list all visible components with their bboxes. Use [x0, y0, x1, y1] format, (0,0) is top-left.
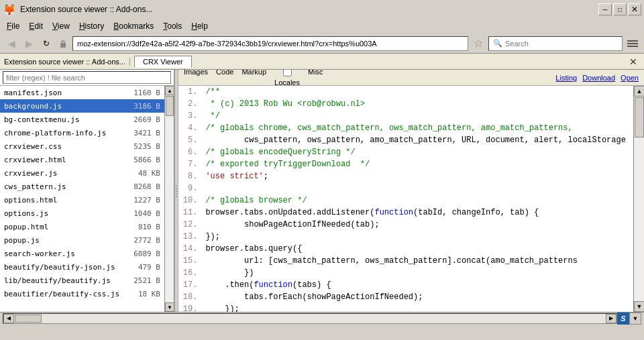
misc-label: Misc — [308, 70, 323, 77]
file-item[interactable]: beautify/beautify-json.js479 B — [0, 260, 164, 274]
browser-menu-button[interactable] — [625, 36, 640, 51]
file-item[interactable]: popup.js2772 B — [0, 233, 164, 247]
file-item[interactable]: options.js1040 B — [0, 207, 164, 220]
menu-view[interactable]: View — [48, 20, 74, 32]
file-item[interactable]: bg-contextmenu.js2669 B — [0, 113, 164, 126]
line-code: */ — [203, 110, 633, 122]
file-size: 5235 B — [127, 142, 160, 151]
close-button[interactable]: ✕ — [628, 3, 641, 15]
menu-help[interactable]: Help — [187, 20, 212, 32]
code-view[interactable]: 1./**2. * (c) 2013 Rob Wu <rob@robwu.nl>… — [178, 86, 633, 312]
title-bar: 🦊 Extension source viewer :: Add-ons... … — [0, 0, 644, 19]
file-item[interactable]: cws_pattern.js8268 B — [0, 180, 164, 193]
url-bar[interactable]: moz-extension://3df2e42a-a5f2-42f9-a7be-… — [72, 36, 468, 51]
menu-tools[interactable]: Tools — [159, 20, 186, 32]
file-name: crxviewer.html — [4, 156, 124, 164]
close-tab-button[interactable]: ✕ — [627, 56, 640, 67]
code-line: 6./* globals encodeQueryString */ — [178, 146, 633, 158]
line-code: }) — [203, 267, 633, 279]
code-scroll-down[interactable]: ▼ — [634, 301, 644, 312]
file-size: 3421 B — [127, 129, 160, 137]
locales-checkbox[interactable] — [283, 70, 292, 76]
file-item[interactable]: lib/beautify/beautify.js2521 B — [0, 274, 164, 287]
line-number: 6. — [178, 146, 203, 158]
code-line: 3. */ — [178, 110, 633, 122]
h-scroll-right[interactable]: ▶ — [606, 314, 616, 323]
file-size: 2669 B — [127, 115, 160, 124]
line-code: 'use strict'; — [203, 170, 633, 182]
line-number: 7. — [178, 158, 203, 170]
file-item[interactable]: manifest.json1160 B — [0, 86, 164, 99]
menu-edit[interactable]: Edit — [25, 20, 47, 32]
file-size: 18 KB — [127, 290, 160, 298]
file-list: manifest.json1160 Bbackground.js3186 Bbg… — [0, 86, 164, 312]
line-number: 11. — [178, 207, 203, 219]
file-name: popup.js — [4, 236, 124, 245]
file-item[interactable]: background.js3186 B — [0, 99, 164, 113]
file-scroll-up[interactable]: ▲ — [165, 86, 174, 95]
file-filter-bar[interactable] — [0, 70, 174, 86]
file-size: 8268 B — [127, 182, 160, 191]
code-scroll-up[interactable]: ▲ — [634, 86, 644, 97]
file-name: beautify/beautify-json.js — [4, 263, 124, 272]
menu-bookmarks[interactable]: Bookmarks — [109, 20, 158, 32]
line-number: 2. — [178, 98, 203, 110]
search-bar[interactable]: 🔍 — [488, 36, 623, 51]
reload-button[interactable]: ↻ — [39, 36, 54, 51]
code-vscrollbar[interactable]: ▲ ▼ — [633, 86, 644, 312]
status-down-button[interactable]: ▼ — [629, 313, 641, 325]
code-line: 13.}); — [178, 231, 633, 243]
file-item[interactable]: search-worker.js6089 B — [0, 247, 164, 260]
h-scroll-left[interactable]: ◀ — [3, 314, 14, 323]
code-line: 1./** — [178, 86, 633, 98]
file-size: 2521 B — [127, 276, 160, 285]
minimize-button[interactable]: ─ — [598, 3, 612, 15]
file-size: 479 B — [127, 263, 160, 272]
file-item[interactable]: crxviewer.html5866 B — [0, 153, 164, 166]
line-code: * (c) 2013 Rob Wu <rob@robwu.nl> — [203, 98, 633, 110]
filter-input[interactable] — [3, 71, 171, 84]
file-vscrollbar[interactable]: ▲ ▼ — [164, 86, 174, 312]
file-item[interactable]: popup.html810 B — [0, 220, 164, 233]
line-code: /* globals chrome, cws_match_pattern, ow… — [203, 122, 633, 134]
line-code: /* exported tryTriggerDownload */ — [203, 158, 633, 170]
tab-crx-viewer[interactable]: CRX Viewer — [134, 56, 192, 68]
file-size: 1227 B — [127, 196, 160, 205]
restore-button[interactable]: □ — [613, 3, 627, 15]
lock-icon — [56, 37, 70, 50]
menu-file[interactable]: File — [3, 20, 23, 32]
extension-bar: Extension source viewer :: Add-ons... CR… — [0, 54, 644, 70]
title-bar-text: Extension source viewer :: Add-ons... — [20, 5, 152, 14]
bookmark-star[interactable]: ☆ — [471, 37, 486, 50]
listing-link[interactable]: Listing — [555, 74, 577, 82]
code-line: 16. }) — [178, 267, 633, 279]
file-name: search-worker.js — [4, 249, 124, 258]
file-name: beautifier/beautify-css.js — [4, 290, 124, 298]
open-link[interactable]: Open — [621, 74, 639, 82]
file-item[interactable]: chrome-platform-info.js3421 B — [0, 126, 164, 139]
code-panel: Images ↵5 Code ☑88 Markup ☑5 Locales — [178, 70, 644, 312]
line-code: /** — [203, 86, 633, 98]
line-code: tabs.forEach(showPageActionIfNeeded); — [203, 291, 633, 303]
line-number: 19. — [178, 303, 203, 312]
code-line: 15. url: [cws_match_pattern, ows_match_p… — [178, 255, 633, 267]
forward-button[interactable]: ▶ — [21, 36, 36, 51]
code-line: 18. tabs.forEach(showPageActionIfNeeded)… — [178, 291, 633, 303]
line-number: 9. — [178, 182, 203, 194]
file-scroll-down[interactable]: ▼ — [165, 302, 174, 312]
code-line: 11.browser.tabs.onUpdated.addListener(fu… — [178, 207, 633, 219]
search-input[interactable] — [505, 40, 618, 48]
file-name: chrome-platform-info.js — [4, 129, 124, 137]
menu-history[interactable]: History — [75, 20, 108, 32]
download-link[interactable]: Download — [582, 74, 615, 82]
back-button[interactable]: ◀ — [4, 36, 19, 51]
code-line: 8.'use strict'; — [178, 170, 633, 182]
file-item[interactable]: beautifier/beautify-css.js18 KB — [0, 287, 164, 300]
line-code — [203, 182, 633, 194]
line-number: 3. — [178, 110, 203, 122]
line-code: /* globals encodeQueryString */ — [203, 146, 633, 158]
file-item[interactable]: crxviewer.js48 KB — [0, 166, 164, 180]
file-item[interactable]: crxviewer.css5235 B — [0, 139, 164, 153]
line-number: 15. — [178, 255, 203, 267]
file-item[interactable]: options.html1227 B — [0, 193, 164, 207]
